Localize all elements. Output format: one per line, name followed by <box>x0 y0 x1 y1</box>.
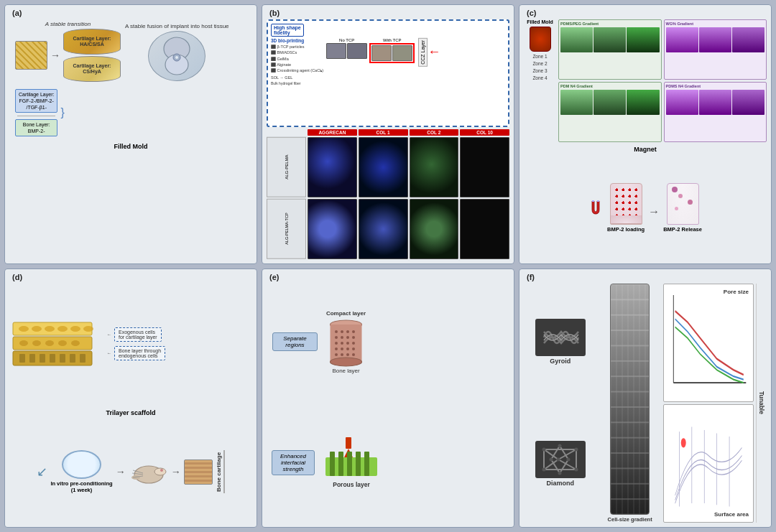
svg-point-3 <box>175 56 178 59</box>
layer-box-1: Cartilage Layer: FGF-2-/BMP-2- /TGF-β1- <box>15 89 57 113</box>
rod-svg <box>611 284 650 515</box>
exogenous-label: Exogenous cells for cartilage layer <box>114 327 162 342</box>
micro-img-1-4 <box>460 137 509 197</box>
magnet-icon <box>588 199 603 216</box>
svg-rect-87 <box>611 284 650 515</box>
layer-box-2: Bone Layer: BMP-2- <box>15 119 57 136</box>
micro-img-2-2 <box>359 199 408 259</box>
bar9 <box>627 90 659 115</box>
bar2 <box>593 27 626 52</box>
bar5 <box>699 27 731 52</box>
panel-d-content: ← Exogenous cells for cartilage layer ← … <box>5 269 257 528</box>
panel-f-content: Gyroid <box>519 269 771 528</box>
zone3-label: Zone 3 <box>524 68 556 73</box>
bioink-list: ⬛ β-TCP particles ⬛ BM/ADSCs ⬛ GelMa ⬛ A… <box>271 44 323 86</box>
svg-point-36 <box>331 358 362 366</box>
cartilage-top-cylinder: Cartilage Layer: HA/CS/SA <box>63 29 121 55</box>
gyroid-label: Gyroid <box>550 358 571 365</box>
cell1-bars <box>560 27 660 52</box>
pore-size-chart: Pore size <box>663 284 754 402</box>
svg-point-14 <box>19 340 28 346</box>
panel-f: (f) <box>519 269 772 528</box>
surface-area-chart: Surface area <box>663 404 754 523</box>
bar12 <box>732 90 765 115</box>
panel-f-label: (f) <box>527 273 535 281</box>
trilayer-label: Trilayer scaffold <box>9 409 252 416</box>
petri-group: In vitro pre-conditioning (1 week) <box>50 450 112 493</box>
svg-point-77 <box>542 448 546 452</box>
svg-point-18 <box>71 340 80 346</box>
svg-point-54 <box>341 353 343 356</box>
cartilage-bot-cylinder: Cartilage Layer: CS/HyA <box>63 56 121 82</box>
c-bottom-section: BMP-2 loading → BMP-2 Release <box>524 157 767 259</box>
ccz-label: CCZ Layer <box>418 38 428 67</box>
e-bottom-row: Enhanced interfacial strength <box>268 403 508 521</box>
panel-a-row2: Cartilage Layer: FGF-2-/BMP-2- /TGF-β1- … <box>11 89 251 136</box>
with-tcp-label: With TCP <box>383 38 402 42</box>
zone1-label: Zone 1 <box>524 54 556 59</box>
micro-img-2-4 <box>460 199 509 259</box>
bar7 <box>560 90 593 115</box>
svg-point-38 <box>341 330 343 333</box>
d-label-stack: ← Exogenous cells for cartilage layer ← … <box>107 327 165 360</box>
enhanced-col: Enhanced interfacial strength <box>268 450 318 475</box>
cell4-label: PDMS N4 Gradient <box>666 84 765 88</box>
petri-arrow-icon: → <box>116 466 126 477</box>
bmp-release-label: BMP-2 Release <box>663 226 702 233</box>
b-top-section: High shape fidelity 3D bio-printing ⬛ β-… <box>267 19 509 127</box>
svg-point-90 <box>681 438 686 447</box>
zone4-label: Zone 4 <box>524 75 556 80</box>
svg-rect-63 <box>356 452 361 476</box>
svg-point-41 <box>335 336 338 339</box>
panel-c: (c) Filled Mold Zone 1 Zone 2 Zone 3 Zon… <box>519 4 772 264</box>
gradient-rod <box>610 284 650 515</box>
tcp-comparison: No TCP With TCP <box>326 38 440 67</box>
svg-rect-20 <box>19 354 25 363</box>
panel-b-content: High shape fidelity 3D bio-printing ⬛ β-… <box>262 5 514 263</box>
panel-e: (e) Separate regions Compact layer <box>262 269 514 528</box>
svg-point-43 <box>346 336 349 339</box>
bar10 <box>666 90 698 115</box>
c-top-section: Filled Mold Zone 1 Zone 2 Zone 3 Zone 4 … <box>524 19 767 142</box>
no-tcp-img1 <box>326 43 346 59</box>
svg-point-78 <box>575 448 578 452</box>
vitro-label: In vitro pre-conditioning (1 week) <box>50 480 112 493</box>
svg-point-49 <box>335 347 338 350</box>
mouse-arrow-icon: → <box>171 466 181 477</box>
compact-layer-label: Compact layer <box>326 310 366 317</box>
svg-point-45 <box>335 342 338 345</box>
e-top-row: Separate regions Compact layer <box>268 284 508 401</box>
layer2-text: Bone Layer: BMP-2- <box>23 122 50 134</box>
dot1 <box>672 187 678 192</box>
svg-point-39 <box>346 330 349 333</box>
svg-point-52 <box>352 347 355 350</box>
bioink-item1: ⬛ β-TCP particles <box>271 44 323 50</box>
svg-point-48 <box>352 342 355 345</box>
fusion-text: A stable fusion of implant into host tis… <box>125 23 229 29</box>
micro-img-1-2 <box>359 137 408 197</box>
svg-point-16 <box>45 340 54 346</box>
gyroid-shape <box>535 319 586 356</box>
with-tcp-imgs <box>369 43 415 63</box>
bioink-item4: ⬛ Alginate <box>271 62 323 67</box>
cell4-bars <box>666 90 765 115</box>
svg-point-79 <box>542 468 546 472</box>
enhanced-box: Enhanced interfacial strength <box>272 450 315 475</box>
with-tcp-img1 <box>371 45 392 61</box>
main-grid: (a) A stable transition → Cartilage Laye… <box>0 0 776 532</box>
knee-svg <box>154 34 200 78</box>
svg-point-37 <box>335 330 338 333</box>
print-area: High shape fidelity 3D bio-printing ⬛ β-… <box>267 19 509 127</box>
d-bottom-row: ↙ In vitro pre-conditioning (1 week) → <box>9 421 252 523</box>
svg-point-15 <box>32 340 41 346</box>
bone-endo-label: Bone layer through endogenous cells <box>114 346 165 360</box>
bioink-item2: ⬛ BM/ADSCs <box>271 50 323 55</box>
svg-point-56 <box>352 353 355 356</box>
col-col10: COL 10 <box>460 129 509 136</box>
svg-rect-23 <box>50 354 55 363</box>
panel-c-content: Filled Mold Zone 1 Zone 2 Zone 3 Zone 4 … <box>519 5 771 263</box>
print-diagram: 3D bio-printing ⬛ β-TCP particles ⬛ BM/A… <box>271 38 505 86</box>
svg-point-46 <box>341 342 343 345</box>
cyl-bottom-cap <box>611 215 642 224</box>
porous-layer-label: Porous layer <box>333 481 370 488</box>
